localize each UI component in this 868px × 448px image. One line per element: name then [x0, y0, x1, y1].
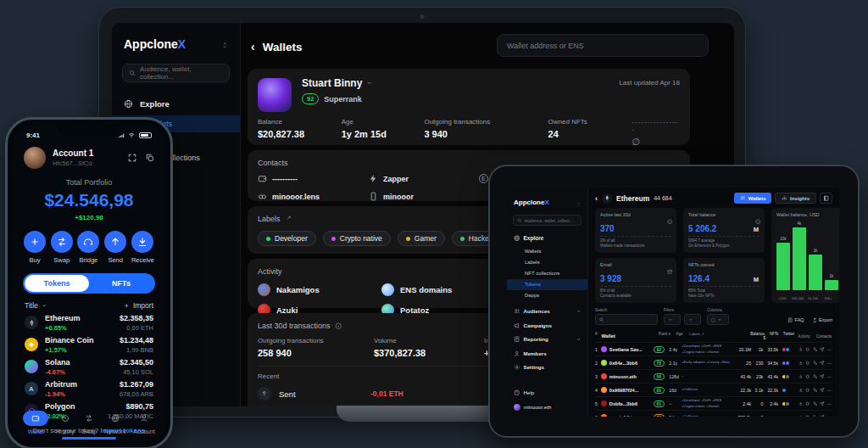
eth-icon — [28, 319, 36, 327]
person-icon — [140, 414, 148, 423]
recv-icon — [798, 415, 804, 417]
import-button[interactable]: Import — [124, 301, 153, 310]
activity-token-icon — [785, 347, 790, 352]
action-receive[interactable]: Receive — [131, 231, 154, 264]
toggle-wallets[interactable]: Wallets — [734, 193, 771, 204]
token-row-binance-coin[interactable]: ◆Binance Coin+1.57%$1.234,481,99 BNB — [13, 333, 165, 356]
tab-tokens[interactable]: Tokens — [25, 275, 89, 292]
nav-swap[interactable]: Swap — [82, 411, 97, 434]
collapse-sidebar-icon[interactable] — [221, 36, 229, 52]
column-header[interactable]: Activity — [798, 332, 816, 340]
disc-icon — [805, 388, 810, 393]
column-header[interactable]: Labels ↗ — [689, 332, 749, 340]
contact-item[interactable]: minooor — [369, 192, 479, 201]
contact-item[interactable]: minooor.lens — [258, 192, 369, 201]
wallet-icon — [31, 414, 40, 423]
column-header[interactable]: Age — [676, 332, 689, 340]
action-bridge[interactable]: Bridge — [77, 231, 99, 264]
rank-badge: 61 — [654, 400, 665, 407]
activity-item-nakamigos[interactable]: Nakamigos — [258, 283, 381, 296]
external-link-icon[interactable] — [285, 216, 292, 222]
profile-name[interactable]: Stuart Binny — [302, 77, 373, 89]
tablet-sidebar-wallets[interactable]: Wallets — [507, 246, 587, 257]
column-header[interactable]: NFTs — [769, 332, 782, 340]
copy-icon[interactable] — [146, 154, 154, 162]
columns-select[interactable]: ▢ — [707, 314, 729, 325]
tablet-sidebar-members[interactable]: Members — [507, 346, 587, 361]
nav-history[interactable]: History — [56, 411, 75, 434]
tablet-sidebar-nft-collections[interactable]: NFT collections — [507, 268, 587, 279]
label-chip-gamer[interactable]: Gamer — [398, 231, 445, 246]
tablet-sidebar-account[interactable]: minooor.eth — [507, 400, 587, 414]
tablet-collapse-icon[interactable] — [576, 194, 581, 210]
tablet-section-label: Explore — [524, 235, 544, 241]
filters-group: Filters — [664, 308, 701, 325]
tab-nfts[interactable]: NFTs — [89, 275, 153, 292]
tablet-sidebar-explore[interactable]: Explore — [507, 231, 587, 246]
nav-network[interactable]: Network — [104, 411, 126, 434]
docs-book-icon[interactable] — [820, 193, 832, 204]
tablet-app-logo: AppcloneX — [507, 188, 587, 213]
scan-expand-icon[interactable] — [128, 154, 136, 162]
contact-item[interactable]: ---------- — [258, 174, 369, 183]
column-header[interactable]: Wallet — [601, 332, 658, 340]
table-search-input[interactable] — [595, 314, 658, 325]
action-swap[interactable]: Swap — [51, 231, 73, 264]
stat-card-total-balance: Total balance5 206.2M9094.7 averageOn Et… — [683, 208, 765, 253]
token-row-solana[interactable]: Solana-4.67%$2.345,5045,10 SOL — [13, 356, 165, 378]
send-icon — [820, 347, 825, 352]
filter-select-2[interactable] — [684, 314, 701, 325]
nav-account[interactable]: Account — [133, 411, 154, 434]
filter-select-1[interactable] — [664, 314, 681, 325]
column-header[interactable]: Balance, $ — [749, 332, 769, 340]
chevron-down-icon — [668, 317, 673, 322]
tablet-sidebar-labels[interactable]: Labels — [507, 257, 587, 268]
label-chip-crypto-native[interactable]: Crypto native — [323, 231, 391, 246]
sidebar-search-input[interactable]: Audience, wallet, collection... — [122, 64, 230, 82]
sort-by-title[interactable]: Title — [25, 301, 47, 310]
tablet-screen: AppcloneX Audience, wallet, collect... E… — [507, 188, 839, 417]
back-chevron-icon[interactable]: ‹ — [251, 40, 255, 53]
column-header[interactable]: Contacts — [816, 332, 832, 340]
back-chevron-icon[interactable]: ‹ — [595, 194, 598, 203]
chart-title: Wallet balance, USD — [776, 212, 837, 217]
info-icon[interactable] — [335, 322, 342, 330]
column-header[interactable]: Rank ▾ — [659, 332, 676, 340]
token-row-arbitrum[interactable]: AArbitrum-1.94%$1.267,09678,09 ARB — [13, 378, 165, 400]
contact-item[interactable]: Zapper — [369, 174, 479, 183]
home-indicator[interactable] — [62, 437, 116, 440]
wallet-address-search-input[interactable]: Wallet address or ENS — [497, 34, 709, 57]
column-header[interactable]: # — [595, 332, 601, 340]
gear-icon — [514, 364, 520, 371]
tablet-sidebar-tokens[interactable]: Tokens — [507, 279, 587, 290]
tablet-sidebar-settings[interactable]: Settings — [507, 361, 587, 375]
export-button[interactable]: Export — [812, 317, 832, 323]
tablet-sidebar-audiences[interactable]: Audiences — [507, 305, 587, 319]
tablet-sidebar-dapps[interactable]: Dapps — [507, 290, 587, 301]
nav-wallet[interactable]: Wallet — [23, 411, 48, 434]
account-avatar[interactable] — [24, 147, 46, 169]
sidebar-item-explore[interactable]: Explore — [112, 92, 240, 115]
plus-icon — [124, 303, 130, 309]
action-buy[interactable]: Buy — [24, 231, 46, 264]
wallet-row[interactable]: 2 0x64e...3bb6 78 2.1y +Early adopter +L… — [595, 356, 832, 369]
tablet-search-input[interactable]: Audience, wallet, collect... — [513, 215, 581, 226]
column-header[interactable]: Twitter — [782, 332, 798, 340]
action-send[interactable]: Send — [104, 231, 126, 264]
tablet-sidebar-help[interactable]: Help — [507, 386, 587, 400]
unit-badge: M — [754, 226, 759, 233]
wallet-avatar — [601, 414, 607, 417]
toggle-insights[interactable]: Insights — [775, 193, 816, 204]
wallet-row[interactable]: 3 minooor.eth 56 128d – 43.4k 23k 43.4k … — [595, 369, 832, 383]
wallet-row[interactable]: 5 Dsbfa...3bb6 61 – +Developer +DeFi +EN… — [595, 396, 832, 410]
token-row-ethereum[interactable]: Ethereum+0.65%$2.358,350,69 ETH — [13, 311, 165, 333]
tablet-sidebar-campaigns[interactable]: Campaigns — [507, 318, 587, 333]
wallet-row[interactable]: 1 Svetlana Sav... 92 2.4y +Developer +De… — [595, 342, 832, 356]
tablet-sidebar-reporting[interactable]: Reporting — [507, 333, 587, 347]
label-chip-developer[interactable]: Developer — [258, 231, 316, 246]
phoneg-icon — [813, 388, 818, 393]
wallet-row[interactable]: 4 0x96987f24... 83 16d +Collector 22.3k … — [595, 383, 832, 396]
wallet-row[interactable]: 6 cryptokikiya... 29 2d +Collector 789.9… — [595, 410, 832, 417]
faq-button[interactable]: FAQ — [787, 317, 804, 323]
activity-token-icon — [785, 361, 790, 366]
